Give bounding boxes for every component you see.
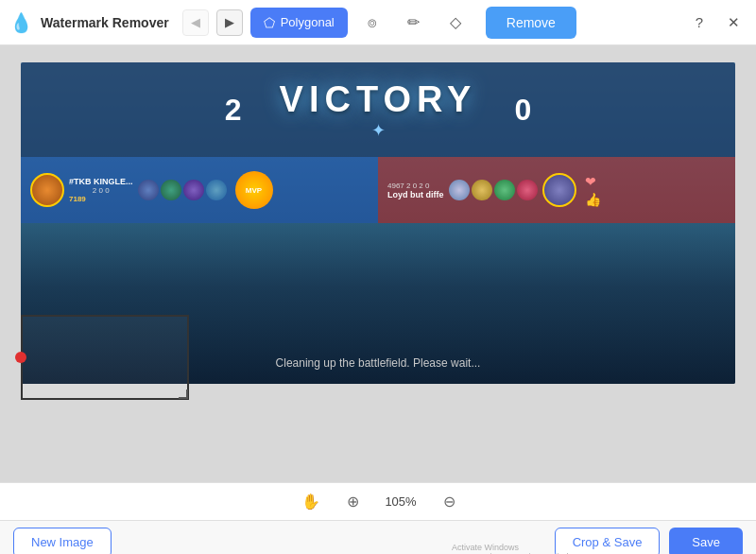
- main-canvas[interactable]: 2 VICTORY ✦ 0 #TKB KINGLE... 2 0 0 7189: [0, 45, 756, 482]
- app-logo-icon: 💧: [9, 11, 33, 34]
- hero-icon-1: [138, 180, 159, 200]
- zoom-out-icon: ⊖: [443, 493, 455, 510]
- titlebar-right: ? ✕: [686, 9, 747, 36]
- erase-tool-button[interactable]: ◇: [438, 8, 472, 38]
- red-icons: [449, 180, 538, 200]
- polygonal-icon: ⬠: [264, 15, 275, 30]
- selection-box[interactable]: [21, 315, 189, 400]
- pan-icon: ✋: [301, 493, 320, 510]
- zoom-level: 105%: [380, 494, 422, 509]
- back-button[interactable]: ◀: [182, 9, 209, 36]
- victory-word: VICTORY: [280, 79, 477, 120]
- red-action-icons: ❤ 👍: [585, 174, 601, 207]
- star-icon: ✦: [371, 120, 386, 141]
- red-team-info: 4967 2 0 2 0 Loyd but diffe: [387, 182, 444, 199]
- zoom-out-button[interactable]: ⊖: [438, 491, 461, 512]
- enemy-main-avatar: [542, 173, 576, 207]
- blue-team-row: #TKB KINGLE... 2 0 0 7189 MVP: [21, 157, 378, 223]
- remove-button[interactable]: Remove: [486, 7, 576, 39]
- main-player-avatar: [30, 173, 64, 207]
- erase-icon: ◇: [450, 13, 461, 31]
- enemy-name: Loyd but diffe: [387, 190, 444, 199]
- polygonal-tool-button[interactable]: ⬠ Polygonal: [250, 8, 348, 38]
- save-button[interactable]: Save: [669, 528, 743, 555]
- zoom-in-button[interactable]: ⊕: [341, 491, 365, 512]
- teams-area: #TKB KINGLE... 2 0 0 7189 MVP 4967 2 0 2…: [21, 157, 735, 223]
- victory-bar: 2 VICTORY ✦ 0: [21, 62, 735, 157]
- enemy-icon-2: [472, 180, 492, 200]
- blue-team-info: #TKB KINGLE... 2 0 0 7189: [69, 177, 133, 203]
- victory-text: VICTORY ✦: [280, 79, 477, 141]
- lasso-tool-button[interactable]: ⌾: [355, 8, 389, 38]
- close-button[interactable]: ✕: [720, 9, 747, 36]
- forward-button[interactable]: ▶: [216, 9, 243, 36]
- enemy-stats: 4967 2 0 2 0: [387, 182, 444, 190]
- enemy-icon-1: [449, 180, 470, 200]
- score-left: 2: [225, 93, 242, 128]
- footer-right: Activate Windows Go to Settings to activ…: [555, 528, 743, 555]
- enemy-icon-4: [517, 180, 538, 200]
- brush-icon: ✏: [407, 13, 420, 31]
- hero-icon-2: [161, 180, 181, 200]
- mvp-badge: MVP: [235, 171, 273, 209]
- red-team-row: 4967 2 0 2 0 Loyd but diffe ❤ 👍: [378, 157, 735, 223]
- titlebar: 💧 Watermark Remover ◀ ▶ ⬠ Polygonal ⌾ ✏ …: [0, 0, 756, 45]
- player-gold: 7189: [69, 195, 133, 203]
- battlefield-text: Cleaning up the battlefield. Please wait…: [276, 356, 481, 370]
- footer: New Image Activate Windows Go to Setting…: [0, 520, 756, 554]
- score-right: 0: [514, 93, 531, 128]
- app-title: Watermark Remover: [41, 15, 169, 30]
- crop-save-button[interactable]: Crop & Save: [555, 528, 661, 555]
- zoom-toolbar: ✋ ⊕ 105% ⊖: [0, 482, 756, 520]
- blue-icons: [138, 180, 227, 200]
- brush-tool-button[interactable]: ✏: [397, 8, 431, 38]
- selection-anchor-dot: [15, 352, 26, 363]
- player-stats: 2 0 0: [69, 186, 133, 195]
- pan-tool-button[interactable]: ✋: [296, 491, 326, 512]
- new-image-button[interactable]: New Image: [13, 528, 112, 555]
- lasso-icon: ⌾: [368, 14, 377, 31]
- hero-icon-3: [183, 180, 204, 200]
- help-button[interactable]: ?: [686, 9, 713, 36]
- player-name: #TKB KINGLE...: [69, 177, 133, 186]
- enemy-icon-3: [494, 180, 515, 200]
- hero-icon-4: [206, 180, 227, 200]
- zoom-in-icon: ⊕: [347, 493, 359, 510]
- selection-resize-handle[interactable]: [179, 390, 188, 399]
